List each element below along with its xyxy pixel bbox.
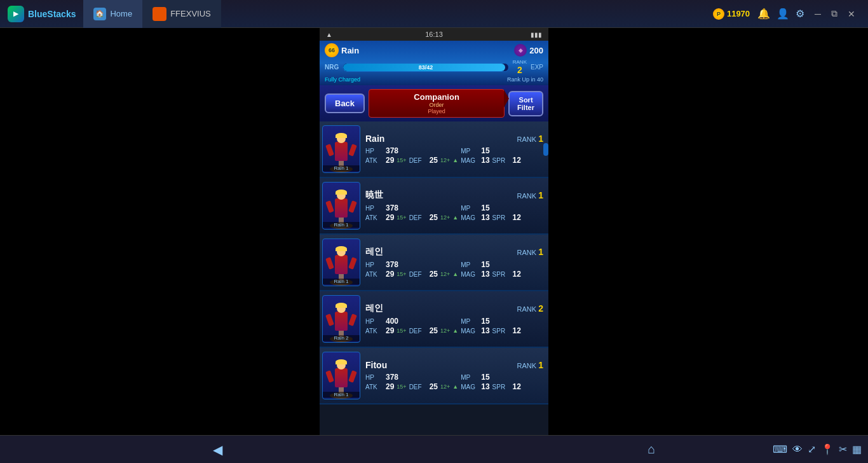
close-button[interactable]: ✕ <box>845 8 858 20</box>
companion-list: Rain 1 Rain RANK 1 HP 378 MP 15 ATK 29 <box>320 121 548 463</box>
companion-avatar: Rain 1 <box>322 352 360 399</box>
title-bar-icons: 🔔 👤 ⚙ <box>757 8 804 20</box>
rank-info: RANK 2 <box>517 303 543 314</box>
mag-stat: MAG 13 SPR 12 <box>461 270 543 279</box>
tab-home-label: Home <box>110 9 132 18</box>
companion-stats: Rain RANK 1 HP 378 MP 15 ATK 29 15+ DEF … <box>365 134 543 165</box>
player-level: 66 Rain <box>325 43 359 57</box>
mp-stat: MP 15 <box>461 204 543 212</box>
char-name: Fitou <box>365 360 387 370</box>
bell-icon[interactable]: 🔔 <box>757 8 770 20</box>
companion-stats: Fitou RANK 1 HP 378 MP 15 ATK 29 15+ DEF… <box>365 360 543 391</box>
list-item[interactable]: Rain 2 레인 RANK 2 HP 400 MP 15 ATK 29 1 <box>320 291 548 348</box>
stats-grid: HP 378 MP 15 ATK 29 15+ DEF 25 12+ ▲ <box>365 260 543 279</box>
mag-stat: MAG 13 SPR 12 <box>461 326 543 335</box>
stats-header: Fitou RANK 1 <box>365 360 543 370</box>
hud-row1: 66 Rain ◆ 200 <box>325 43 543 57</box>
keyboard-icon[interactable]: ⌨ <box>773 443 787 455</box>
title-bar-right: P 11970 🔔 👤 ⚙ ─ ⧉ ✕ <box>713 7 868 20</box>
list-item[interactable]: Rain 1 Fitou RANK 1 HP 378 MP 15 ATK 29 <box>320 348 548 404</box>
sort-filter-button[interactable]: Sort Filter <box>508 91 543 116</box>
companion-stats: 레인 RANK 2 HP 400 MP 15 ATK 29 15+ DEF 25 <box>365 303 543 335</box>
nav-bar: Back Companion Order Played Sort Filter <box>320 85 548 121</box>
level-badge: 66 <box>325 43 339 57</box>
top-hud: 66 Rain ◆ 200 NRG 83/42 RANK 2 EXP Fully… <box>320 41 548 85</box>
companion-avatar: Rain 1 <box>322 238 360 286</box>
atk-stat: ATK 29 15+ DEF 25 12+ ▲ <box>365 270 458 279</box>
back-button[interactable]: Back <box>325 93 365 113</box>
tab-home[interactable]: 🏠 Home <box>83 0 142 28</box>
nrg-label: NRG <box>325 64 339 71</box>
battery-icon: ▮▮▮ <box>531 31 542 38</box>
played-label: Played <box>374 108 499 114</box>
avatar-label: Rain 1 <box>323 222 360 228</box>
wifi-icon: ▲ <box>326 31 332 38</box>
taskbar: ◀ ⌂ ⌨ 👁 ⤢ 📍 ✂ ▦ <box>0 435 868 463</box>
companion-stats: 暁世 RANK 1 HP 378 MP 15 ATK 29 15+ DEF 25 <box>365 190 543 222</box>
scroll-indicator <box>543 143 548 156</box>
more-icon[interactable]: ▦ <box>852 443 862 455</box>
rank-info: RANK 1 <box>517 134 543 144</box>
settings-icon[interactable]: ⚙ <box>796 8 804 20</box>
minimize-button[interactable]: ─ <box>812 8 824 20</box>
rank-up-text: Rank Up in 40 <box>507 76 543 83</box>
location-icon[interactable]: 📍 <box>821 443 834 455</box>
back-taskbar-icon[interactable]: ◀ <box>213 442 222 457</box>
rank-info: RANK 1 <box>517 360 543 370</box>
tab-game-label: FFEXVIUS <box>170 9 211 18</box>
order-label: Order <box>374 102 499 108</box>
atk-stat: ATK 29 15+ DEF 25 12+ ▲ <box>365 382 458 391</box>
char-name: 暁世 <box>365 190 383 201</box>
game-tab-icon <box>153 7 166 21</box>
window-controls: ─ ⧉ ✕ <box>812 7 858 20</box>
mp-stat: MP 15 <box>461 260 543 269</box>
lapis-icon: ◆ <box>514 44 527 57</box>
list-item[interactable]: Rain 1 Rain RANK 1 HP 378 MP 15 ATK 29 <box>320 121 548 178</box>
restore-button[interactable]: ⧉ <box>829 7 840 20</box>
atk-stat: ATK 29 15+ DEF 25 12+ ▲ <box>365 326 458 335</box>
char-name: Rain <box>365 134 384 144</box>
mp-stat: MP 15 <box>461 317 543 326</box>
nrg-bar: 83/42 <box>342 63 509 72</box>
mp-stat: MP 15 <box>461 373 543 382</box>
companion-tab-label: Companion <box>374 92 499 102</box>
sort-label: Sort <box>517 96 534 104</box>
lapis-count: 200 <box>529 46 543 55</box>
companion-tab[interactable]: Companion Order Played <box>369 89 505 118</box>
companion-stats: 레인 RANK 1 HP 378 MP 15 ATK 29 15+ DEF 25 <box>365 246 543 279</box>
bluestacks-logo: ▶ BlueStacks <box>0 6 83 22</box>
stats-header: Rain RANK 1 <box>365 134 543 144</box>
nrg-text: 83/42 <box>343 64 508 71</box>
list-item[interactable]: Rain 1 레인 RANK 1 HP 378 MP 15 ATK 29 1 <box>320 235 548 291</box>
tab-game[interactable]: FFEXVIUS <box>142 0 221 28</box>
player-lapis: ◆ 200 <box>514 44 543 57</box>
char-name: 레인 <box>365 246 383 258</box>
stats-grid: HP 378 MP 15 ATK 29 15+ DEF 25 12+ ▲ <box>365 146 543 165</box>
avatar-label: Rain 2 <box>323 335 360 341</box>
avatar-label: Rain 1 <box>323 392 360 397</box>
atk-stat: ATK 29 15+ DEF 25 12+ ▲ <box>365 156 458 165</box>
stats-header: 레인 RANK 2 <box>365 303 543 314</box>
eye-icon[interactable]: 👁 <box>792 444 803 455</box>
hp-stat: HP 400 <box>365 317 458 326</box>
mag-stat: MAG 13 SPR 12 <box>461 156 543 165</box>
home-taskbar-icon[interactable]: ⌂ <box>648 442 655 457</box>
avatar-label: Rain 1 <box>323 279 360 284</box>
list-item[interactable]: Rain 1 暁世 RANK 1 HP 378 MP 15 ATK 29 1 <box>320 178 548 235</box>
hp-stat: HP 378 <box>365 146 458 155</box>
expand-icon[interactable]: ⤢ <box>808 443 816 455</box>
scissors-icon[interactable]: ✂ <box>839 443 847 455</box>
stats-grid: HP 400 MP 15 ATK 29 15+ DEF 25 12+ ▲ <box>365 317 543 335</box>
mp-stat: MP 15 <box>461 146 543 155</box>
profile-icon[interactable]: 👤 <box>776 8 789 20</box>
rank-info: RANK 1 <box>517 247 543 257</box>
fully-charged-text: Fully Charged <box>325 76 360 83</box>
exp-label: EXP <box>531 64 543 71</box>
coin-icon: P <box>713 8 724 20</box>
time-display: 16:13 <box>425 31 443 38</box>
rank-info: RANK 1 <box>517 190 543 200</box>
avatar-label: Rain 1 <box>323 165 360 171</box>
mag-stat: MAG 13 SPR 12 <box>461 382 543 391</box>
status-bar: ▲ 16:13 ▮▮▮ <box>320 28 548 41</box>
home-tab-icon: 🏠 <box>93 8 106 20</box>
